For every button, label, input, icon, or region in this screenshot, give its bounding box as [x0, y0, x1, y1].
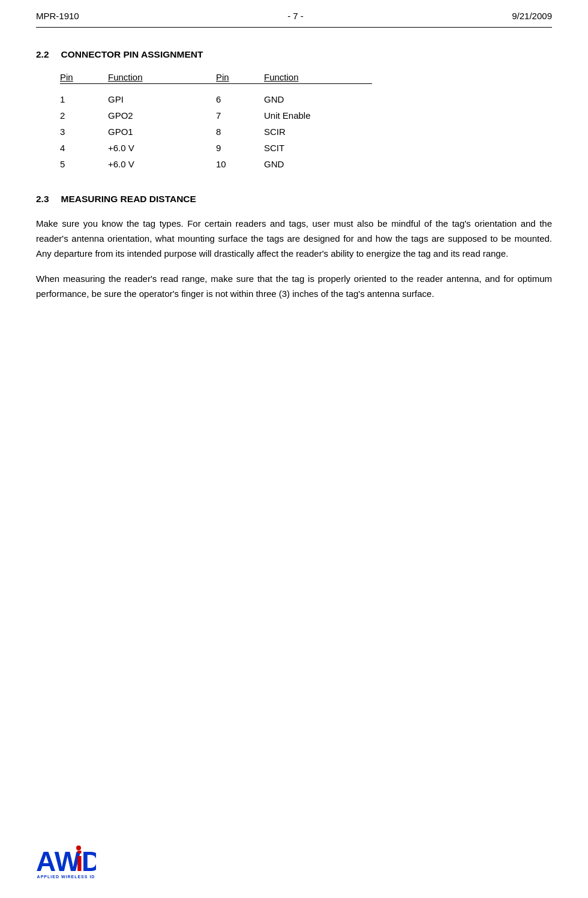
- section-23-heading: 2.3 MEASURING READ DISTANCE: [36, 194, 552, 205]
- pin-number: 2: [60, 107, 84, 124]
- pin-function: SCIR: [264, 124, 336, 140]
- awid-logo-svg: AW i D APPLIED WIRELESS ID: [36, 844, 96, 880]
- pin-header-right: Pin Function: [216, 72, 372, 84]
- table-row: 1 GPI: [60, 91, 216, 107]
- pin-header-left: Pin Function: [60, 72, 216, 84]
- pin-number: 5: [60, 156, 84, 172]
- table-row: 4 +6.0 V: [60, 140, 216, 156]
- page-header: MPR-1910 - 7 - 9/21/2009: [36, 0, 552, 27]
- svg-point-2: [76, 846, 81, 851]
- pin-function: +6.0 V: [108, 156, 180, 172]
- section-23-paragraph2: When measuring the reader's read range, …: [36, 272, 552, 302]
- section-23-paragraph1: Make sure you know the tag types. For ce…: [36, 217, 552, 261]
- table-row: 2 GPO2: [60, 107, 216, 124]
- pin-function: Unit Enable: [264, 107, 336, 124]
- pin-function: GPO2: [108, 107, 180, 124]
- pin-number: 6: [216, 91, 240, 107]
- page-container: MPR-1910 - 7 - 9/21/2009 2.2 CONNECTOR P…: [0, 0, 588, 898]
- table-row: 10 GND: [216, 156, 372, 172]
- pin-number: 9: [216, 140, 240, 156]
- table-row: 8 SCIR: [216, 124, 372, 140]
- pin-function: SCIT: [264, 140, 336, 156]
- section-23-title: MEASURING READ DISTANCE: [61, 194, 196, 205]
- pin-function: GND: [264, 156, 336, 172]
- pin-column-right: Pin Function 6 GND 7 Unit Enable 8 SCIR …: [216, 72, 372, 172]
- section-22-heading: 2.2 CONNECTOR PIN ASSIGNMENT: [36, 49, 552, 60]
- pin-number: 3: [60, 124, 84, 140]
- svg-text:AW: AW: [36, 846, 81, 877]
- table-row: 3 GPO1: [60, 124, 216, 140]
- right-pins: 6 GND 7 Unit Enable 8 SCIR 9 SCIT 10 GND: [216, 91, 372, 172]
- pin-column-left: Pin Function 1 GPI 2 GPO2 3 GPO1 4 +6.0 …: [60, 72, 216, 172]
- table-row: 9 SCIT: [216, 140, 372, 156]
- section-22-number: 2.2: [36, 49, 49, 60]
- col2-pin-header: Pin: [216, 72, 240, 82]
- pin-function: GND: [264, 91, 336, 107]
- table-row: 5 +6.0 V: [60, 156, 216, 172]
- table-row: 7 Unit Enable: [216, 107, 372, 124]
- table-row: 6 GND: [216, 91, 372, 107]
- left-pins: 1 GPI 2 GPO2 3 GPO1 4 +6.0 V 5 +6.0 V: [60, 91, 216, 172]
- footer-logo-area: AW i D APPLIED WIRELESS ID: [36, 844, 96, 880]
- pin-number: 1: [60, 91, 84, 107]
- col1-pin-header: Pin: [60, 72, 84, 82]
- pin-number: 10: [216, 156, 240, 172]
- pin-number: 4: [60, 140, 84, 156]
- section-22-title: CONNECTOR PIN ASSIGNMENT: [61, 49, 203, 60]
- pin-function: GPO1: [108, 124, 180, 140]
- col2-function-header: Function: [264, 72, 336, 82]
- svg-text:D: D: [82, 846, 96, 877]
- pin-number: 7: [216, 107, 240, 124]
- header-center: - 7 -: [287, 11, 304, 21]
- svg-text:APPLIED WIRELESS ID: APPLIED WIRELESS ID: [37, 875, 95, 879]
- pin-function: GPI: [108, 91, 180, 107]
- header-left: MPR-1910: [36, 11, 79, 21]
- pin-number: 8: [216, 124, 240, 140]
- section-23-number: 2.3: [36, 194, 49, 205]
- pin-table: Pin Function 1 GPI 2 GPO2 3 GPO1 4 +6.0 …: [60, 72, 552, 172]
- header-right: 9/21/2009: [512, 11, 552, 21]
- pin-function: +6.0 V: [108, 140, 180, 156]
- header-divider: [36, 27, 552, 28]
- col1-function-header: Function: [108, 72, 180, 82]
